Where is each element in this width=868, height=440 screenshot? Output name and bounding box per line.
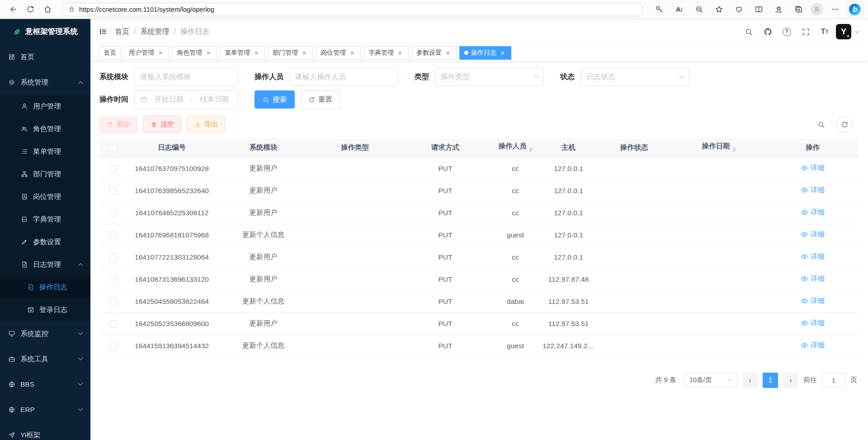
toggle-search-button[interactable] (813, 116, 829, 132)
detail-link[interactable]: 详细 (801, 208, 825, 217)
sidebar-item-menu-management[interactable]: 菜单管理 (0, 140, 90, 163)
help-button[interactable]: ? (779, 24, 794, 39)
select-all-checkbox[interactable] (109, 144, 117, 152)
split-screen-button[interactable] (751, 2, 766, 17)
refresh-button[interactable] (23, 2, 38, 17)
sidebar-item-yi-framework[interactable]: Yi框架 (0, 422, 90, 440)
sort-icon[interactable] (732, 146, 736, 154)
tab-home[interactable]: 首页 (99, 46, 121, 60)
export-button[interactable]: 导出 (187, 116, 225, 133)
tab-close-icon[interactable]: × (499, 49, 506, 57)
search-button[interactable]: 搜索 (255, 90, 295, 109)
tab-role-management[interactable]: 角色管理× (172, 46, 217, 60)
row-checkbox[interactable] (109, 320, 117, 328)
detail-link[interactable]: 详细 (801, 185, 825, 195)
sidebar-item-erp[interactable]: ERP (0, 397, 90, 422)
tab-post-management[interactable]: 岗位管理× (316, 46, 361, 60)
header-search-button[interactable] (741, 24, 756, 39)
password-key-button[interactable] (651, 2, 667, 17)
detail-link[interactable]: 详细 (801, 318, 825, 328)
row-checkbox[interactable] (109, 342, 117, 350)
detail-link[interactable]: 详细 (801, 163, 825, 173)
detail-link[interactable]: 详细 (801, 296, 825, 306)
collections-button[interactable] (791, 2, 806, 17)
detail-link[interactable]: 详细 (801, 230, 825, 239)
detail-link[interactable]: 详细 (801, 341, 825, 350)
prev-page-button[interactable]: ‹ (742, 373, 758, 388)
tab-user-management[interactable]: 用户管理× (124, 46, 169, 60)
user-avatar[interactable]: Y (836, 24, 851, 39)
type-select[interactable]: 操作类型 (435, 68, 544, 86)
sidebar-item-post-management[interactable]: 岗位管理 (0, 185, 90, 208)
tab-close-icon[interactable]: × (396, 49, 404, 57)
sidebar-item-system-management[interactable]: 系统管理 (0, 70, 90, 95)
sidebar-item-system-monitor[interactable]: 系统监控 (0, 321, 90, 346)
row-checkbox[interactable] (109, 298, 117, 306)
tab-close-icon[interactable]: × (349, 49, 356, 57)
browser-essentials-button[interactable] (731, 2, 746, 17)
breadcrumb-system[interactable]: 系统管理 (140, 27, 169, 37)
module-input[interactable] (140, 73, 232, 81)
tab-dict-management[interactable]: 字典管理× (363, 46, 409, 60)
status-select[interactable]: 日志状态 (580, 68, 689, 86)
home-button[interactable] (40, 2, 55, 17)
refresh-table-button[interactable] (836, 116, 853, 132)
detail-link[interactable]: 详细 (801, 252, 825, 261)
sidebar-item-login-log[interactable]: 登录日志 (0, 298, 90, 321)
row-checkbox[interactable] (109, 254, 117, 261)
more-menu-button[interactable] (827, 2, 843, 17)
tab-close-icon[interactable]: × (301, 49, 308, 57)
tab-close-icon[interactable]: × (253, 49, 260, 57)
tab-dept-management[interactable]: 部门管理× (268, 46, 313, 60)
page-size-select[interactable]: 10条/页 (684, 373, 737, 388)
page-number-1[interactable]: 1 (763, 373, 778, 388)
detail-link[interactable]: 详细 (801, 274, 825, 284)
date-range-picker[interactable]: 开始日期 - 结束日期 (134, 90, 238, 109)
back-button[interactable] (5, 2, 21, 17)
sidebar-item-role-management[interactable]: 角色管理 (0, 118, 90, 140)
sidebar-item-user-management[interactable]: 用户管理 (0, 95, 90, 118)
clear-button[interactable]: 清空 (143, 116, 181, 133)
breadcrumb-home[interactable]: 首页 (115, 27, 129, 37)
tab-menu-management[interactable]: 菜单管理× (220, 46, 265, 60)
browser-profile-button[interactable] (811, 3, 823, 15)
delete-button[interactable]: 删除 (99, 116, 137, 133)
next-page-button[interactable]: › (783, 373, 798, 388)
sidebar-item-system-tools[interactable]: 系统工具 (0, 346, 90, 372)
operator-input[interactable] (295, 73, 392, 81)
row-checkbox[interactable] (109, 187, 117, 195)
sidebar-item-log-management[interactable]: 日志管理 (0, 253, 90, 276)
sidebar-item-operation-log[interactable]: 操作日志 (0, 276, 90, 298)
sidebar-item-bbs[interactable]: BBS (0, 372, 90, 397)
row-checkbox[interactable] (109, 165, 117, 173)
goto-page-input[interactable] (822, 373, 845, 388)
font-size-button[interactable]: TT (817, 24, 832, 39)
tab-close-icon[interactable]: × (444, 49, 452, 57)
reset-button[interactable]: 重置 (300, 90, 340, 109)
app-logo[interactable]: 意框架管理系统 (0, 19, 90, 44)
address-bar[interactable]: https://ccnetcore.com:1101/system/log/op… (61, 3, 643, 16)
row-checkbox[interactable] (109, 232, 117, 239)
sidebar-item-dict-management[interactable]: 字典管理 (0, 208, 90, 231)
sidebar-item-home[interactable]: 首页 (0, 44, 90, 70)
row-checkbox[interactable] (109, 209, 117, 217)
zoom-button[interactable] (691, 2, 707, 17)
favorites-bar-button[interactable] (771, 2, 786, 17)
fullscreen-button[interactable] (798, 24, 813, 39)
read-aloud-button[interactable]: A) (671, 2, 687, 17)
avatar-dropdown-caret[interactable] (855, 29, 860, 33)
tab-close-icon[interactable]: × (157, 49, 164, 57)
column-operator[interactable]: 操作人员 (491, 138, 540, 157)
row-checkbox[interactable] (109, 276, 117, 284)
tab-operation-log[interactable]: 操作日志× (459, 46, 511, 60)
sidebar-toggle[interactable] (99, 27, 108, 36)
sort-icon[interactable] (529, 146, 533, 154)
tab-param-settings[interactable]: 参数设置× (411, 46, 457, 60)
sidebar-item-param-settings[interactable]: 参数设置 (0, 231, 90, 253)
tab-close-icon[interactable]: × (205, 49, 212, 57)
copilot-button[interactable]: b (847, 2, 863, 17)
column-date[interactable]: 操作日期 (671, 138, 766, 157)
github-button[interactable] (760, 24, 775, 39)
add-favorite-button[interactable] (711, 2, 726, 17)
sidebar-item-dept-management[interactable]: 部门管理 (0, 163, 90, 185)
